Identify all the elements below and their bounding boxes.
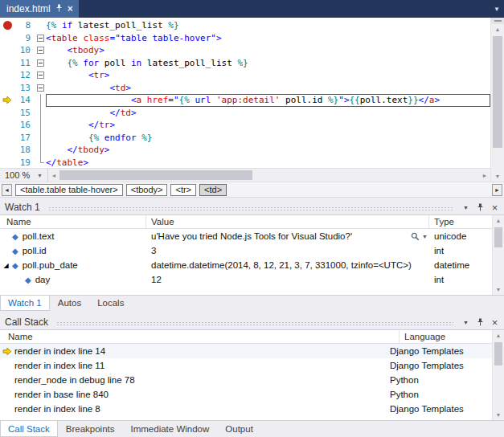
code-text[interactable]: </td> [46,107,490,120]
breadcrumb-left-icon[interactable]: ◄ [2,184,12,196]
breadcrumb-item-table[interactable]: <table.table table-hover> [15,184,123,196]
indicator-margin[interactable] [0,132,14,145]
tab-locals[interactable]: Locals [89,296,132,311]
fold-margin[interactable] [35,144,46,157]
code-text[interactable]: {% if latest_poll_list %} [46,19,490,32]
scroll-right-icon[interactable]: ► [479,169,490,182]
scroll-down-icon[interactable]: ▼ [491,171,504,182]
pin-icon[interactable] [474,202,486,213]
column-header-language[interactable]: Language [400,330,492,343]
collapse-region-icon[interactable] [37,35,44,42]
stack-frame-row[interactable]: render_node in debug line 78Python [0,373,492,387]
magnifier-icon[interactable] [411,232,420,241]
indicator-margin[interactable] [0,157,14,169]
fold-margin[interactable] [35,157,46,169]
watch-value-cell[interactable]: 3 [146,246,429,255]
fold-margin[interactable] [35,94,46,107]
breakpoint-icon[interactable] [3,21,12,30]
fold-margin[interactable] [35,82,46,95]
collapse-region-icon[interactable] [37,71,44,79]
stack-frame-row[interactable]: render in index line 8Django Templates [0,402,492,416]
breadcrumb-item-tbody[interactable]: <tbody> [126,184,168,196]
column-header-type[interactable]: Type [429,215,492,228]
window-position-icon[interactable]: ▼ [460,202,472,213]
column-header-name[interactable]: Name [0,330,400,343]
watch-value-cell[interactable]: 12 [146,275,429,284]
code-text[interactable]: </tr> [46,119,490,132]
horizontal-scroll-track[interactable] [59,169,479,182]
watch-name-cell[interactable]: ◢◆poll.pub_date [0,260,146,270]
scroll-up-icon[interactable]: ▲ [493,330,504,341]
indicator-margin[interactable] [0,107,14,120]
stack-frame-row[interactable]: render in index line 14Django Templates [0,344,492,358]
fold-margin[interactable] [35,44,46,57]
watch-value-cell[interactable]: u'Have you tried Node.js Tools for Visua… [146,231,429,241]
column-header-value[interactable]: Value [146,215,429,228]
code-text[interactable]: <tbody> [46,44,490,57]
indicator-margin[interactable] [0,57,14,70]
window-position-icon[interactable]: ▼ [460,317,472,328]
vertical-scroll-thumb[interactable] [494,227,502,247]
watch-row[interactable]: ◆poll.textu'Have you tried Node.js Tools… [0,229,492,243]
watch-row[interactable]: ◢◆poll.pub_datedatetime.datetime(2014, 8… [0,258,492,272]
tab-watch-1[interactable]: Watch 1 [0,296,50,311]
collapse-region-icon[interactable] [37,59,44,67]
fold-margin[interactable] [35,132,46,145]
value-visualizer[interactable]: ▼ [411,232,429,241]
watch-name-cell[interactable]: ◆poll.text [0,231,146,241]
scroll-down-icon[interactable]: ▼ [493,410,504,420]
indicator-margin[interactable] [0,19,14,32]
close-icon[interactable]: × [489,202,501,213]
editor-vertical-scrollbar[interactable]: ▲ ▼ [490,18,504,182]
tab-breakpoints[interactable]: Breakpoints [58,421,123,437]
close-icon[interactable]: × [68,4,73,14]
scroll-left-icon[interactable]: ◄ [48,169,59,182]
code-text[interactable]: <table class="table table-hover"> [46,32,490,45]
zoom-control[interactable]: 100 % ▼ [0,169,48,182]
close-icon[interactable]: × [489,317,501,328]
indicator-margin[interactable] [0,82,14,95]
collapse-region-icon[interactable] [37,84,44,92]
pin-icon[interactable] [474,317,486,328]
collapse-region-icon[interactable] [37,47,44,54]
tab-autos[interactable]: Autos [50,296,89,311]
pin-icon[interactable] [55,3,63,14]
fold-margin[interactable] [35,107,46,120]
breadcrumb-item-td[interactable]: <td> [199,184,227,196]
watch-row[interactable]: ◆day12int [0,272,492,287]
watch-name-cell[interactable]: ◆day [0,275,146,284]
code-area[interactable]: 8{% if latest_poll_list %}9<table class=… [0,18,490,169]
code-text[interactable]: {% endfor %} [46,132,490,145]
fold-margin[interactable] [35,119,46,132]
fold-margin[interactable] [35,19,46,32]
indicator-margin[interactable] [0,44,14,57]
watch-name-cell[interactable]: ◆poll.id [0,246,146,255]
code-text[interactable]: {% for poll in latest_poll_list %} [46,57,490,70]
fold-margin[interactable] [35,32,46,45]
watch-vertical-scrollbar[interactable]: ▲ ▼ [492,215,504,295]
code-text[interactable]: </table> [46,157,490,169]
watch-value-cell[interactable]: datetime.datetime(2014, 8, 12, 21, 3, 7,… [146,260,429,270]
code-text[interactable]: <td> [46,82,490,95]
code-text[interactable]: <tr> [46,69,490,82]
scroll-up-icon[interactable]: ▲ [491,24,504,35]
call-stack-vertical-scrollbar[interactable]: ▲ ▼ [492,330,504,420]
horizontal-scroll-thumb[interactable] [59,170,252,180]
document-tab-index-html[interactable]: index.html × [0,0,79,18]
indicator-margin[interactable] [0,32,14,45]
indicator-margin[interactable] [0,119,14,132]
vertical-scroll-track[interactable] [491,35,504,171]
indicator-margin[interactable] [0,69,14,82]
splitter-grip-icon[interactable] [491,18,504,24]
breadcrumb-item-tr[interactable]: <tr> [170,184,196,196]
code-text[interactable]: <a href="{% url 'app:detail' poll.id %}"… [46,94,490,107]
scroll-up-icon[interactable]: ▲ [493,215,504,226]
tab-immediate-window[interactable]: Immediate Window [123,421,218,437]
vertical-scroll-thumb[interactable] [493,36,502,148]
indicator-margin[interactable] [0,144,14,157]
expander-icon[interactable]: ◢ [0,262,12,269]
watch-row[interactable]: ◆poll.id3int [0,243,492,258]
tab-output[interactable]: Output [217,421,261,437]
scroll-down-icon[interactable]: ▼ [493,284,504,295]
chevron-down-icon[interactable]: ▼ [422,234,428,239]
